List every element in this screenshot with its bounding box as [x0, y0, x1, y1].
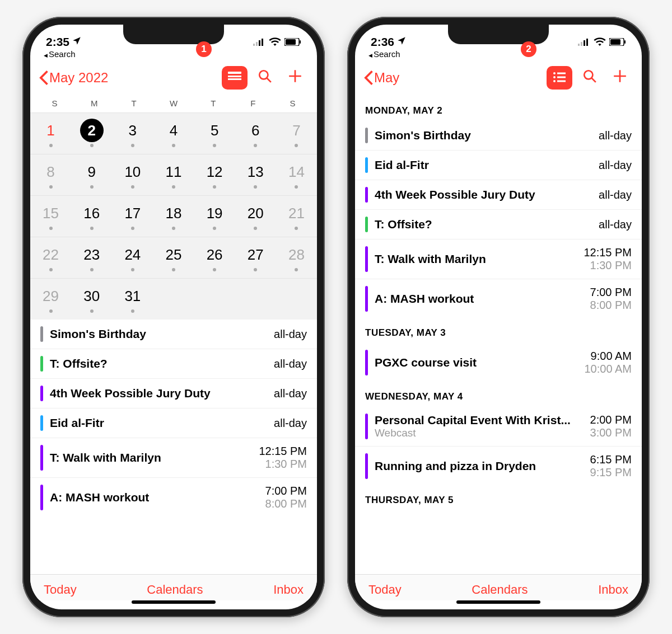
event-row[interactable]: Simon's Birthdayall-day	[30, 320, 317, 349]
calendar-day[interactable]: 4	[153, 112, 194, 154]
calendar-day[interactable]: 12	[194, 154, 235, 195]
calendar-day[interactable]: 15	[30, 195, 71, 237]
event-row[interactable]: 4th Week Possible Jury Dutyall-day	[355, 180, 642, 210]
event-title: Eid al-Fitr	[375, 158, 599, 172]
notification-badge: 1	[196, 41, 212, 57]
event-title: 4th Week Possible Jury Duty	[375, 188, 599, 201]
calendars-button[interactable]: Calendars	[147, 583, 203, 597]
event-row[interactable]: Eid al-Fitrall-day	[30, 408, 317, 438]
nav-back-button[interactable]: May 2022	[39, 70, 108, 86]
home-indicator[interactable]	[132, 600, 216, 604]
event-row[interactable]: A: MASH workout7:00 PM8:00 PM	[30, 478, 317, 517]
calendar-day	[194, 278, 235, 320]
day-events[interactable]: Simon's Birthdayall-dayT: Offsite?all-da…	[30, 320, 317, 574]
calendar-day[interactable]: 26	[194, 237, 235, 278]
calendar-day[interactable]: 6	[235, 112, 276, 154]
calendar-day[interactable]: 25	[153, 237, 194, 278]
today-button[interactable]: Today	[368, 583, 402, 597]
event-row[interactable]: Simon's Birthdayall-day	[355, 121, 642, 151]
svg-rect-20	[624, 40, 626, 44]
status-time: 2:35	[46, 35, 69, 49]
calendar-day[interactable]: 20	[235, 195, 276, 237]
calendar-day[interactable]: 19	[194, 195, 235, 237]
calendar-day[interactable]: 18	[153, 195, 194, 237]
add-event-button[interactable]	[282, 66, 308, 90]
event-row[interactable]: PGXC course visit9:00 AM10:00 AM	[355, 343, 642, 382]
add-event-button[interactable]	[607, 66, 633, 90]
event-row[interactable]: T: Walk with Marilyn12:15 PM1:30 PM	[355, 239, 642, 279]
today-button[interactable]: Today	[44, 583, 77, 597]
svg-rect-1	[256, 42, 258, 46]
calendar-day[interactable]: 24	[112, 237, 153, 278]
svg-rect-9	[228, 78, 241, 80]
calendar-day[interactable]: 3	[112, 112, 153, 154]
location-icon	[396, 35, 407, 49]
home-indicator[interactable]	[456, 600, 540, 604]
svg-rect-22	[557, 72, 566, 74]
event-row[interactable]: A: MASH workout7:00 PM8:00 PM	[355, 279, 642, 318]
event-row[interactable]: 4th Week Possible Jury Dutyall-day	[30, 379, 317, 408]
search-button[interactable]	[577, 66, 603, 90]
calendar-day[interactable]: 22	[30, 237, 71, 278]
calendar-day[interactable]: 21	[276, 195, 317, 237]
event-row[interactable]: T: Offsite?all-day	[30, 349, 317, 379]
calendar-day[interactable]: 13	[235, 154, 276, 195]
svg-rect-7	[228, 72, 241, 74]
inbox-button[interactable]: Inbox	[598, 583, 628, 597]
dow-label: M	[74, 98, 114, 108]
calendar-day[interactable]: 30	[71, 278, 112, 320]
calendar-day[interactable]: 23	[71, 237, 112, 278]
event-time: 7:00 PM8:00 PM	[590, 286, 632, 312]
calendars-button[interactable]: Calendars	[472, 583, 528, 597]
calendar-day[interactable]: 29	[30, 278, 71, 320]
calendar-day[interactable]: 2	[71, 112, 112, 154]
event-time: all-day	[274, 358, 307, 370]
event-title: T: Walk with Marilyn	[50, 451, 259, 464]
event-row[interactable]: Personal Capital Event With Krist...Webc…	[355, 407, 642, 447]
calendar-day[interactable]: 8	[30, 154, 71, 195]
calendar-day[interactable]: 27	[235, 237, 276, 278]
battery-icon	[284, 35, 301, 49]
screen-right: 2 2:36 Search May	[355, 25, 642, 609]
view-toggle-button[interactable]	[222, 66, 248, 90]
calendar-day[interactable]: 28	[276, 237, 317, 278]
event-row[interactable]: T: Offsite?all-day	[355, 210, 642, 239]
calendar-day[interactable]: 11	[153, 154, 194, 195]
dow-label: W	[154, 98, 194, 108]
event-row[interactable]: Eid al-Fitrall-day	[355, 151, 642, 180]
calendar-day[interactable]: 31	[112, 278, 153, 320]
notification-badge: 2	[521, 41, 536, 57]
search-button[interactable]	[252, 66, 278, 90]
calendar-day[interactable]: 1	[30, 112, 71, 154]
calendar-day[interactable]: 9	[71, 154, 112, 195]
svg-rect-14	[578, 44, 580, 46]
calendar-day[interactable]: 10	[112, 154, 153, 195]
event-time: all-day	[274, 417, 307, 430]
event-title: Running and pizza in Dryden	[375, 459, 590, 473]
event-time: 12:15 PM1:30 PM	[584, 246, 632, 272]
svg-rect-3	[262, 39, 263, 46]
event-time: all-day	[274, 328, 307, 341]
event-row[interactable]: T: Walk with Marilyn12:15 PM1:30 PM	[30, 438, 317, 478]
event-title: T: Walk with Marilyn	[375, 252, 584, 266]
event-time: 6:15 PM9:15 PM	[590, 453, 632, 479]
calendar-day[interactable]: 7	[276, 112, 317, 154]
section-header: MONDAY, MAY 2	[355, 96, 642, 121]
calendar-grid[interactable]: 1234567891011121314151617181920212223242…	[30, 112, 317, 320]
agenda-list[interactable]: MONDAY, MAY 2Simon's Birthdayall-dayEid …	[355, 96, 642, 574]
dow-label: T	[114, 98, 154, 108]
calendar-day[interactable]: 5	[194, 112, 235, 154]
plus-icon	[288, 69, 302, 87]
calendar-day[interactable]: 17	[112, 195, 153, 237]
phone-right: 2 2:36 Search May	[347, 17, 650, 617]
calendar-day[interactable]: 16	[71, 195, 112, 237]
event-row[interactable]: Running and pizza in Dryden6:15 PM9:15 P…	[355, 447, 642, 486]
event-time: all-day	[599, 129, 632, 142]
svg-rect-2	[259, 40, 260, 46]
search-icon	[582, 69, 597, 87]
view-toggle-button[interactable]	[547, 66, 572, 90]
calendar-day[interactable]: 14	[276, 154, 317, 195]
nav-title: May	[374, 70, 399, 86]
inbox-button[interactable]: Inbox	[273, 583, 304, 597]
nav-back-button[interactable]: May	[364, 70, 399, 86]
